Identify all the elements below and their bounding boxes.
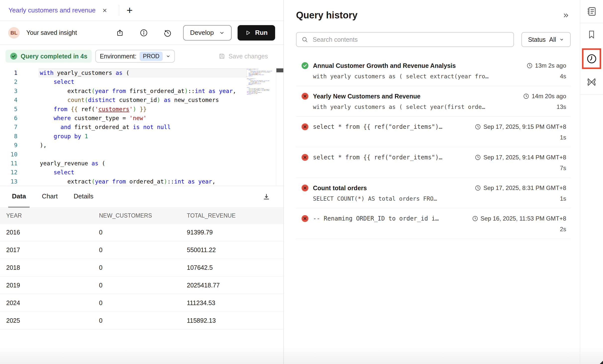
download-icon[interactable] bbox=[262, 193, 270, 201]
tab-title[interactable]: Yearly customers and revenue bbox=[8, 6, 96, 14]
line-number: 2 bbox=[0, 77, 17, 86]
tab-yearly-customers-and-revenue[interactable]: Yearly customers and revenue × bbox=[0, 0, 115, 21]
check-circle-icon bbox=[10, 52, 17, 60]
save-changes-label: Save changes bbox=[229, 53, 268, 60]
code-line[interactable]: 9), bbox=[0, 141, 247, 150]
column-header: NEW_CUSTOMERS bbox=[93, 212, 181, 219]
query-history-item[interactable]: Annual Customer Growth and Revenue Analy… bbox=[296, 55, 571, 86]
save-icon bbox=[218, 53, 225, 60]
close-tab-icon[interactable]: × bbox=[102, 7, 107, 14]
search-input[interactable] bbox=[312, 36, 508, 44]
bookmark-icon[interactable] bbox=[584, 27, 600, 43]
table-cell: 0 bbox=[93, 317, 181, 324]
table-cell: 2025418.77 bbox=[181, 282, 283, 289]
table-row: 20250115892.13 bbox=[0, 312, 283, 329]
history-item-time-text: 14m 20s ago bbox=[532, 93, 566, 100]
results-section: DataChartDetails YEARNEW_CUSTOMERSTOTAL_… bbox=[0, 186, 283, 364]
notebook-icon[interactable] bbox=[584, 3, 600, 19]
table-row: 20240111234.53 bbox=[0, 294, 283, 312]
clock-icon bbox=[475, 185, 481, 191]
code-lines[interactable]: 1with yearly_customers as (2 select3 ext… bbox=[0, 68, 247, 186]
code-line-text: where customer_type = 'new' bbox=[39, 114, 247, 123]
history-item-time: 14m 20s ago bbox=[523, 93, 566, 100]
code-line[interactable]: 1with yearly_customers as ( bbox=[0, 68, 247, 77]
minimap-content: with yearly_customers as ( select extrac… bbox=[247, 69, 276, 95]
code-line[interactable]: 3 extract(year from first_ordered_at)::i… bbox=[0, 87, 247, 95]
code-editor[interactable]: 1with yearly_customers as (2 select3 ext… bbox=[0, 68, 283, 186]
sidebar-divider bbox=[580, 94, 603, 95]
run-button[interactable]: Run bbox=[238, 25, 275, 41]
history-clock-icon[interactable] bbox=[582, 48, 601, 69]
query-history-item[interactable]: -- Renaming ORDER_ID to order_id i…Sep 1… bbox=[296, 208, 571, 239]
code-line-text: group by 1 bbox=[39, 132, 247, 141]
code-line[interactable]: 8 group by 1 bbox=[0, 132, 247, 141]
code-line[interactable]: 6 where customer_type = 'new' bbox=[0, 114, 247, 123]
code-line-text: count(distinct customer_id) as new_custo… bbox=[39, 95, 247, 104]
environment-label: Environment: bbox=[100, 53, 136, 60]
query-status-text: Query completed in 4s bbox=[21, 53, 87, 60]
line-number: 4 bbox=[0, 95, 17, 104]
scrollbar-thumb[interactable] bbox=[276, 68, 283, 72]
save-changes-button[interactable]: Save changes bbox=[218, 53, 268, 60]
code-line-text: yearly_revenue as ( bbox=[39, 159, 247, 168]
history-item-time: 13m 2s ago bbox=[527, 62, 566, 69]
code-line[interactable]: 5 from {{ ref('customers') }} bbox=[0, 105, 247, 114]
column-header: TOTAL_REVENUE bbox=[181, 212, 283, 219]
table-row: 201902025418.77 bbox=[0, 276, 283, 294]
query-history-panel: Query history Status All Annual Customer… bbox=[284, 0, 580, 364]
error-icon bbox=[301, 154, 309, 161]
code-line[interactable]: 2 select bbox=[0, 77, 247, 86]
code-line-text: select bbox=[39, 168, 247, 177]
share-icon[interactable] bbox=[116, 29, 124, 37]
chevron-down-icon bbox=[559, 37, 564, 42]
develop-button[interactable]: Develop bbox=[183, 25, 232, 41]
error-icon bbox=[301, 215, 309, 222]
clock-icon bbox=[472, 216, 478, 222]
play-icon bbox=[245, 30, 251, 36]
chevron-down-icon bbox=[219, 30, 225, 36]
code-line[interactable]: 4 count(distinct customer_id) as new_cus… bbox=[0, 95, 247, 104]
search-box[interactable] bbox=[296, 32, 514, 47]
version-history-icon[interactable] bbox=[164, 29, 172, 37]
results-tab-details[interactable]: Details bbox=[70, 186, 97, 208]
query-status-badge: Query completed in 4s bbox=[5, 50, 92, 63]
results-tab-bar: DataChartDetails bbox=[0, 186, 283, 208]
info-icon[interactable] bbox=[140, 29, 148, 37]
compass-icon[interactable] bbox=[584, 74, 600, 90]
page-title: Query history bbox=[296, 10, 357, 21]
status-filter-dropdown[interactable]: Status All bbox=[521, 32, 571, 47]
code-line[interactable]: 13 extract(year from ordered_at)::int as… bbox=[0, 177, 247, 186]
query-history-item[interactable]: select * from {{ ref("order_items")…Sep … bbox=[296, 117, 571, 147]
avatar[interactable]: BL bbox=[8, 27, 20, 39]
query-history-item[interactable]: select * from {{ ref("order_items")…Sep … bbox=[296, 147, 571, 178]
query-history-item[interactable]: Count total ordersSep 17, 2025, 8:31 PM … bbox=[296, 178, 571, 208]
new-tab-button[interactable]: + bbox=[119, 5, 140, 16]
query-history-item[interactable]: Yearly New Customers and Revenue14m 20s … bbox=[296, 86, 571, 116]
table-cell: 2016 bbox=[0, 229, 93, 236]
resize-corner bbox=[600, 361, 603, 364]
code-line[interactable]: 11yearly_revenue as ( bbox=[0, 159, 247, 168]
table-cell: 0 bbox=[93, 246, 181, 254]
error-icon bbox=[301, 184, 309, 192]
right-sidebar bbox=[580, 0, 603, 364]
results-tab-data[interactable]: Data bbox=[8, 186, 30, 208]
history-item-snippet: with yearly_customers as ( select extrac… bbox=[313, 73, 560, 80]
table-cell: 550011.22 bbox=[181, 246, 283, 254]
table-row: 2016091399.79 bbox=[0, 224, 283, 241]
code-line-text: from {{ ref('customers') }} bbox=[39, 105, 247, 114]
minimap[interactable]: with yearly_customers as ( select extrac… bbox=[247, 68, 276, 186]
code-line[interactable]: 10 bbox=[0, 150, 247, 159]
editor-scrollbar[interactable] bbox=[276, 68, 283, 186]
history-item-title: -- Renaming ORDER_ID to order_id i… bbox=[313, 215, 468, 222]
code-line[interactable]: 12 select bbox=[0, 168, 247, 177]
code-line-text: ), bbox=[39, 141, 247, 150]
code-line[interactable]: 7 and first_ordered_at is not null bbox=[0, 123, 247, 132]
results-tabs: DataChartDetails bbox=[8, 186, 105, 208]
code-line-text: extract(year from first_ordered_at)::int… bbox=[39, 87, 247, 95]
table-cell: 0 bbox=[93, 229, 181, 236]
column-header: YEAR bbox=[0, 212, 93, 219]
collapse-panel-icon[interactable] bbox=[562, 12, 571, 19]
table-cell: 2024 bbox=[0, 299, 93, 307]
results-tab-chart[interactable]: Chart bbox=[38, 186, 61, 208]
environment-select[interactable]: Environment: PROD bbox=[95, 50, 175, 63]
